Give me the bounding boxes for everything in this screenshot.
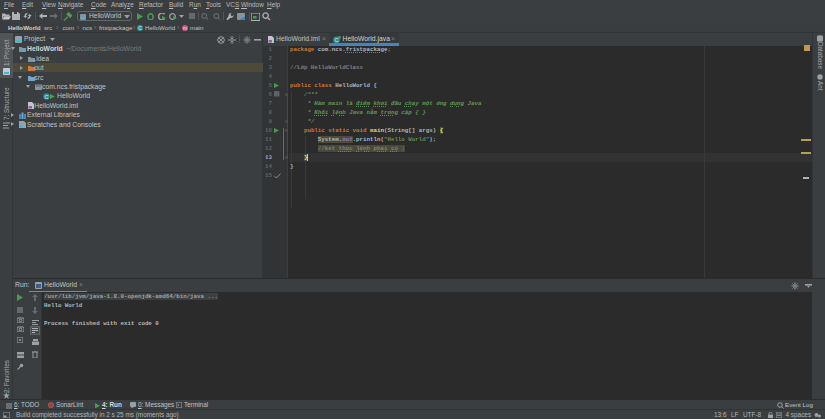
svg-text:C: C [44,93,48,99]
svg-text:C: C [138,25,142,31]
svg-text:m: m [183,25,187,31]
svg-text:C: C [335,37,339,43]
